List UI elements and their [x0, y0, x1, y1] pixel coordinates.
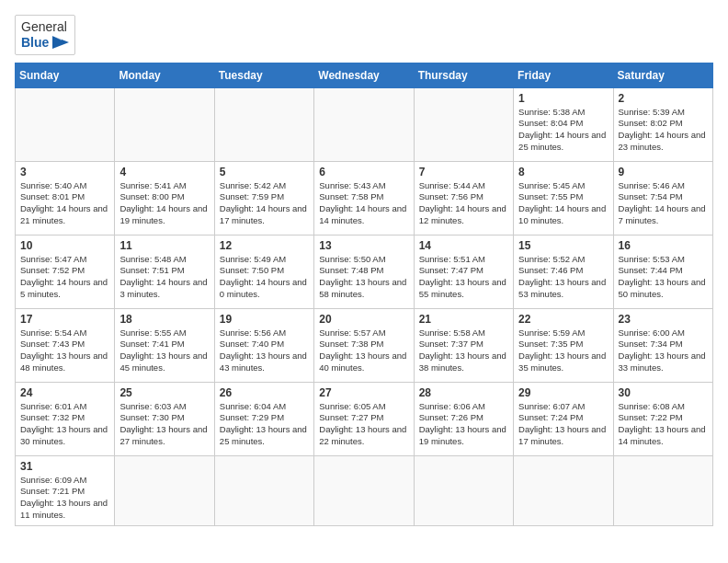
day-info: Sunrise: 5:57 AMSunset: 7:38 PMDaylight:…: [319, 327, 408, 374]
calendar-week-3: 10Sunrise: 5:47 AMSunset: 7:52 PMDayligh…: [16, 235, 713, 308]
day-number: 6: [319, 166, 408, 178]
day-number: 5: [220, 166, 309, 178]
calendar-cell: 27Sunrise: 6:05 AMSunset: 7:27 PMDayligh…: [314, 382, 414, 455]
calendar-cell: 21Sunrise: 5:58 AMSunset: 7:37 PMDayligh…: [414, 308, 513, 382]
col-header-sunday: Sunday: [16, 63, 115, 87]
day-info: Sunrise: 5:40 AMSunset: 8:01 PMDaylight:…: [20, 180, 109, 227]
logo-general: General: [21, 19, 67, 35]
day-info: Sunrise: 5:55 AMSunset: 7:41 PMDaylight:…: [119, 327, 209, 374]
calendar-cell: 11Sunrise: 5:48 AMSunset: 7:51 PMDayligh…: [115, 235, 214, 308]
calendar-cell: [314, 87, 414, 161]
day-number: 18: [119, 313, 209, 326]
day-info: Sunrise: 6:01 AMSunset: 7:32 PMDaylight:…: [20, 401, 109, 448]
calendar-cell: [314, 455, 414, 525]
calendar-cell: 1Sunrise: 5:38 AMSunset: 8:04 PMDaylight…: [514, 87, 613, 161]
day-number: 16: [619, 239, 708, 252]
calendar-cell: [214, 87, 313, 161]
col-header-monday: Monday: [115, 63, 214, 87]
day-info: Sunrise: 5:51 AMSunset: 7:47 PMDaylight:…: [419, 254, 508, 301]
day-info: Sunrise: 6:06 AMSunset: 7:26 PMDaylight:…: [419, 401, 508, 448]
day-info: Sunrise: 6:03 AMSunset: 7:30 PMDaylight:…: [119, 401, 209, 448]
calendar-cell: 8Sunrise: 5:45 AMSunset: 7:55 PMDaylight…: [514, 161, 613, 235]
day-info: Sunrise: 6:09 AMSunset: 7:21 PMDaylight:…: [20, 475, 109, 522]
logo-triangle-icon: [52, 36, 69, 49]
logo: General Blue: [15, 15, 75, 55]
calendar-week-5: 24Sunrise: 6:01 AMSunset: 7:32 PMDayligh…: [16, 382, 713, 455]
calendar-week-4: 17Sunrise: 5:54 AMSunset: 7:43 PMDayligh…: [16, 308, 713, 382]
day-info: Sunrise: 5:45 AMSunset: 7:55 PMDaylight:…: [518, 180, 608, 227]
calendar-table: SundayMondayTuesdayWednesdayThursdayFrid…: [15, 63, 713, 526]
calendar-cell: [115, 455, 214, 525]
day-info: Sunrise: 6:05 AMSunset: 7:27 PMDaylight:…: [319, 401, 408, 448]
day-number: 14: [419, 239, 508, 252]
day-info: Sunrise: 5:42 AMSunset: 7:59 PMDaylight:…: [220, 180, 309, 227]
calendar-cell: [414, 455, 513, 525]
calendar-cell: 16Sunrise: 5:53 AMSunset: 7:44 PMDayligh…: [613, 235, 712, 308]
day-number: 2: [619, 92, 708, 105]
day-info: Sunrise: 5:49 AMSunset: 7:50 PMDaylight:…: [220, 254, 309, 301]
calendar-cell: 19Sunrise: 5:56 AMSunset: 7:40 PMDayligh…: [214, 308, 313, 382]
calendar-cell: 29Sunrise: 6:07 AMSunset: 7:24 PMDayligh…: [514, 382, 613, 455]
day-info: Sunrise: 5:38 AMSunset: 8:04 PMDaylight:…: [518, 107, 608, 154]
calendar-cell: 17Sunrise: 5:54 AMSunset: 7:43 PMDayligh…: [16, 308, 115, 382]
col-header-tuesday: Tuesday: [214, 63, 313, 87]
calendar-header-row: SundayMondayTuesdayWednesdayThursdayFrid…: [16, 63, 713, 87]
calendar-cell: [115, 87, 214, 161]
calendar-cell: 2Sunrise: 5:39 AMSunset: 8:02 PMDaylight…: [613, 87, 712, 161]
calendar-cell: 4Sunrise: 5:41 AMSunset: 8:00 PMDaylight…: [115, 161, 214, 235]
calendar-cell: 5Sunrise: 5:42 AMSunset: 7:59 PMDaylight…: [214, 161, 313, 235]
calendar-header: General Blue: [15, 15, 713, 55]
day-number: 24: [20, 386, 109, 399]
day-info: Sunrise: 6:07 AMSunset: 7:24 PMDaylight:…: [518, 401, 608, 448]
day-number: 3: [20, 166, 109, 178]
day-number: 27: [319, 386, 408, 399]
day-info: Sunrise: 5:53 AMSunset: 7:44 PMDaylight:…: [619, 254, 708, 301]
calendar-cell: 14Sunrise: 5:51 AMSunset: 7:47 PMDayligh…: [414, 235, 513, 308]
day-number: 31: [20, 460, 109, 473]
calendar-cell: 18Sunrise: 5:55 AMSunset: 7:41 PMDayligh…: [115, 308, 214, 382]
calendar-week-1: 1Sunrise: 5:38 AMSunset: 8:04 PMDaylight…: [16, 87, 713, 161]
day-info: Sunrise: 5:59 AMSunset: 7:35 PMDaylight:…: [518, 327, 608, 374]
day-info: Sunrise: 5:47 AMSunset: 7:52 PMDaylight:…: [20, 254, 109, 301]
day-info: Sunrise: 5:41 AMSunset: 8:00 PMDaylight:…: [119, 180, 209, 227]
calendar-cell: 25Sunrise: 6:03 AMSunset: 7:30 PMDayligh…: [115, 382, 214, 455]
calendar-cell: [514, 455, 613, 525]
logo-blue: Blue: [21, 35, 69, 51]
day-info: Sunrise: 5:39 AMSunset: 8:02 PMDaylight:…: [619, 107, 708, 154]
day-info: Sunrise: 5:43 AMSunset: 7:58 PMDaylight:…: [319, 180, 408, 227]
day-number: 20: [319, 313, 408, 326]
calendar-cell: 3Sunrise: 5:40 AMSunset: 8:01 PMDaylight…: [16, 161, 115, 235]
day-number: 17: [20, 313, 109, 326]
day-number: 26: [220, 386, 309, 399]
day-number: 30: [619, 386, 708, 399]
calendar-cell: [414, 87, 513, 161]
logo-wrapper: General Blue: [15, 15, 75, 55]
day-number: 25: [119, 386, 209, 399]
calendar-cell: [16, 87, 115, 161]
calendar-cell: 24Sunrise: 6:01 AMSunset: 7:32 PMDayligh…: [16, 382, 115, 455]
day-number: 8: [518, 166, 608, 178]
day-number: 23: [619, 313, 708, 326]
calendar-cell: 20Sunrise: 5:57 AMSunset: 7:38 PMDayligh…: [314, 308, 414, 382]
calendar-cell: 9Sunrise: 5:46 AMSunset: 7:54 PMDaylight…: [613, 161, 712, 235]
col-header-wednesday: Wednesday: [314, 63, 414, 87]
calendar-cell: 12Sunrise: 5:49 AMSunset: 7:50 PMDayligh…: [214, 235, 313, 308]
day-number: 11: [119, 239, 209, 252]
day-number: 29: [518, 386, 608, 399]
day-info: Sunrise: 5:44 AMSunset: 7:56 PMDaylight:…: [419, 180, 508, 227]
day-info: Sunrise: 5:48 AMSunset: 7:51 PMDaylight:…: [119, 254, 209, 301]
calendar-cell: [214, 455, 313, 525]
calendar-cell: 30Sunrise: 6:08 AMSunset: 7:22 PMDayligh…: [613, 382, 712, 455]
day-number: 22: [518, 313, 608, 326]
day-number: 9: [619, 166, 708, 178]
day-number: 28: [419, 386, 508, 399]
day-number: 1: [518, 92, 608, 105]
day-number: 15: [518, 239, 608, 252]
calendar-week-6: 31Sunrise: 6:09 AMSunset: 7:21 PMDayligh…: [16, 455, 713, 525]
col-header-saturday: Saturday: [613, 63, 712, 87]
day-info: Sunrise: 6:00 AMSunset: 7:34 PMDaylight:…: [619, 327, 708, 374]
day-number: 19: [220, 313, 309, 326]
calendar-cell: 6Sunrise: 5:43 AMSunset: 7:58 PMDaylight…: [314, 161, 414, 235]
calendar-cell: 31Sunrise: 6:09 AMSunset: 7:21 PMDayligh…: [16, 455, 115, 525]
day-number: 13: [319, 239, 408, 252]
